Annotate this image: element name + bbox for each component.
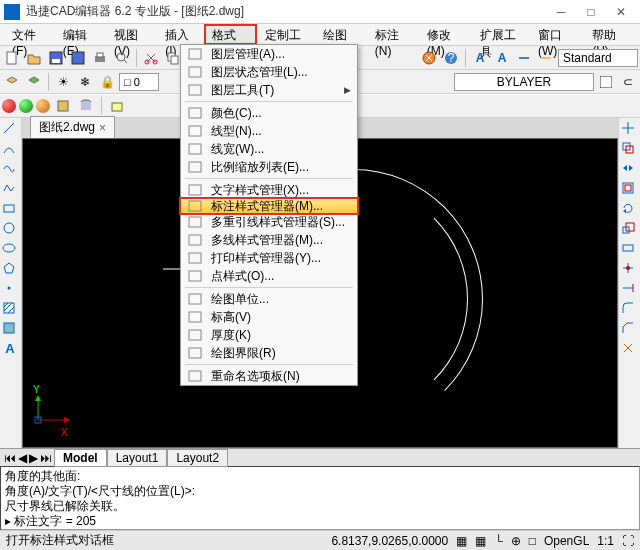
menu-7[interactable]: 标注(N): [367, 24, 419, 45]
more-icon[interactable]: ⊂: [618, 72, 638, 92]
menu-item-10[interactable]: 标注样式管理器(M)...: [179, 197, 359, 215]
arc-tool-icon[interactable]: [2, 141, 18, 157]
document-tab[interactable]: 图纸2.dwg ×: [30, 116, 115, 138]
text-tool-icon[interactable]: A: [2, 341, 18, 357]
menu-5[interactable]: 定制工具: [257, 24, 315, 45]
menu-item-17[interactable]: 标高(V): [181, 308, 357, 326]
circle-tool-icon[interactable]: [2, 221, 18, 237]
ellipse-tool-icon[interactable]: [2, 241, 18, 257]
region-tool-icon[interactable]: [2, 321, 18, 337]
offset-tool-icon[interactable]: [621, 181, 637, 197]
explode-tool-icon[interactable]: [621, 341, 637, 357]
chamfer-tool-icon[interactable]: [621, 321, 637, 337]
layer-combo[interactable]: □ 0: [119, 73, 159, 91]
expand-icon[interactable]: ⛶: [622, 534, 634, 548]
menu-item-18[interactable]: 厚度(K): [181, 326, 357, 344]
color-square-icon[interactable]: [596, 72, 616, 92]
mirror-tool-icon[interactable]: [621, 161, 637, 177]
menu-item-0[interactable]: 图层管理(A)...: [181, 45, 357, 63]
menu-item-21[interactable]: 重命名选项板(N): [181, 367, 357, 385]
dim2-icon[interactable]: [536, 48, 556, 68]
saveas-icon[interactable]: [68, 48, 88, 68]
menu-11[interactable]: 帮助(H): [584, 24, 636, 45]
menu-9[interactable]: 扩展工具: [472, 24, 530, 45]
bylayer-combo[interactable]: BYLAYER: [454, 73, 594, 91]
menu-8[interactable]: 修改(M): [419, 24, 472, 45]
copy-tool-icon[interactable]: [621, 141, 637, 157]
hatch-tool-icon[interactable]: [2, 301, 18, 317]
menu-item-4[interactable]: 颜色(C)...: [181, 104, 357, 122]
tab-close-icon[interactable]: ×: [99, 121, 106, 135]
cube-icon[interactable]: [53, 96, 73, 116]
tab-first-icon[interactable]: ⏮: [4, 451, 16, 465]
close-button[interactable]: ✕: [606, 2, 636, 22]
cut-icon[interactable]: [141, 48, 161, 68]
text-a-icon[interactable]: A: [470, 48, 490, 68]
cancel-icon[interactable]: [419, 48, 439, 68]
save-icon[interactable]: [46, 48, 66, 68]
box-icon[interactable]: [107, 96, 127, 116]
menu-item-11[interactable]: 多重引线样式管理器(S)...: [181, 213, 357, 231]
freeze-icon[interactable]: ❄: [75, 72, 95, 92]
polar-icon[interactable]: ⊕: [511, 534, 521, 548]
menu-10[interactable]: 窗口(W): [530, 24, 584, 45]
command-line[interactable]: 角度的其他面: 角度(A)/文字(T)/<尺寸线的位置(L)>: 尺寸界线已解除…: [0, 466, 640, 530]
cylinder-icon[interactable]: [76, 96, 96, 116]
extend-tool-icon[interactable]: [621, 281, 637, 297]
sphere-red-icon[interactable]: [2, 99, 16, 113]
preview-icon[interactable]: [112, 48, 132, 68]
minimize-button[interactable]: ─: [546, 2, 576, 22]
trim-tool-icon[interactable]: [621, 261, 637, 277]
polygon-tool-icon[interactable]: [2, 261, 18, 277]
sun-icon[interactable]: ☀: [53, 72, 73, 92]
new-icon[interactable]: [2, 48, 22, 68]
layout-tab-model[interactable]: Model: [54, 449, 107, 467]
tab-next-icon[interactable]: ▶: [29, 451, 38, 465]
menu-item-16[interactable]: 绘图单位...: [181, 290, 357, 308]
text-a2-icon[interactable]: A: [492, 48, 512, 68]
style-combo[interactable]: Standard: [558, 49, 638, 67]
layer-mgr-icon[interactable]: [2, 72, 22, 92]
tab-last-icon[interactable]: ⏭: [40, 451, 52, 465]
fillet-tool-icon[interactable]: [621, 301, 637, 317]
point-tool-icon[interactable]: [2, 281, 18, 297]
help-icon[interactable]: ?: [441, 48, 461, 68]
layer2-icon[interactable]: [24, 72, 44, 92]
open-icon[interactable]: [24, 48, 44, 68]
spline-tool-icon[interactable]: [2, 161, 18, 177]
scale-tool-icon[interactable]: [621, 221, 637, 237]
menu-6[interactable]: 绘图(D): [315, 24, 367, 45]
tab-prev-icon[interactable]: ◀: [18, 451, 27, 465]
menu-item-13[interactable]: 打印样式管理器(Y)...: [181, 249, 357, 267]
grid-icon[interactable]: ▦: [475, 534, 486, 548]
menu-1[interactable]: 编辑(E): [55, 24, 106, 45]
layout-tab-layout1[interactable]: Layout1: [107, 449, 168, 467]
osnap-icon[interactable]: □: [529, 534, 536, 548]
menu-item-12[interactable]: 多线样式管理器(M)...: [181, 231, 357, 249]
polyline-tool-icon[interactable]: [2, 181, 18, 197]
lock-icon[interactable]: 🔒: [97, 72, 117, 92]
stretch-tool-icon[interactable]: [621, 241, 637, 257]
menu-3[interactable]: 插入(I): [157, 24, 204, 45]
menu-item-14[interactable]: 点样式(O)...: [181, 267, 357, 285]
print-icon[interactable]: [90, 48, 110, 68]
snap-icon[interactable]: ▦: [456, 534, 467, 548]
sphere-green-icon[interactable]: [19, 99, 33, 113]
layout-tab-layout2[interactable]: Layout2: [167, 449, 228, 467]
maximize-button[interactable]: □: [576, 2, 606, 22]
menu-item-6[interactable]: 线宽(W)...: [181, 140, 357, 158]
menu-item-5[interactable]: 线型(N)...: [181, 122, 357, 140]
menu-item-2[interactable]: 图层工具(T)▶: [181, 81, 357, 99]
ortho-icon[interactable]: └: [494, 534, 503, 548]
menu-item-1[interactable]: 图层状态管理(L)...: [181, 63, 357, 81]
rotate-tool-icon[interactable]: [621, 201, 637, 217]
menu-item-19[interactable]: 绘图界限(R): [181, 344, 357, 362]
move-tool-icon[interactable]: [621, 121, 637, 137]
menu-0[interactable]: 文件(F): [4, 24, 55, 45]
menu-2[interactable]: 视图(V): [106, 24, 157, 45]
line-tool-icon[interactable]: [2, 121, 18, 137]
rect-tool-icon[interactable]: [2, 201, 18, 217]
dim-icon[interactable]: [514, 48, 534, 68]
sphere-orange-icon[interactable]: [36, 99, 50, 113]
menu-item-7[interactable]: 比例缩放列表(E)...: [181, 158, 357, 176]
